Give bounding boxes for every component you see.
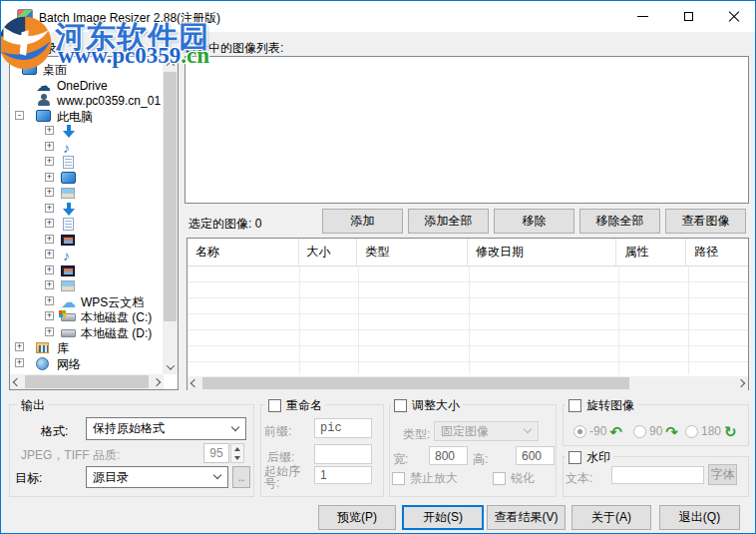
tree-item-disk-d[interactable]: +本地磁盘 (D:) xyxy=(10,325,164,341)
column-header-4[interactable]: 修改日期 xyxy=(468,239,616,267)
remove-button[interactable]: 移除 xyxy=(494,209,574,234)
tree-item-documents-2[interactable]: + xyxy=(10,217,164,233)
tree-item-videos[interactable]: + xyxy=(10,233,164,249)
expand-icon[interactable]: + xyxy=(45,142,54,151)
tree-item-music[interactable]: + xyxy=(10,140,164,156)
resize-type-label: 类型: xyxy=(403,426,430,443)
remove-all-button[interactable]: 移除全部 xyxy=(579,209,660,234)
font-button[interactable]: 字体 xyxy=(708,464,737,485)
no-enlarge-checkbox[interactable]: 禁止放大 xyxy=(389,470,461,487)
expand-icon[interactable]: + xyxy=(45,250,54,259)
prefix-input[interactable]: pic xyxy=(314,418,372,438)
about-button[interactable]: 关于(A) xyxy=(571,505,651,530)
image-list-panel[interactable] xyxy=(185,56,749,204)
tree-scroll-down-button[interactable] xyxy=(163,360,178,374)
height-input[interactable]: 600 xyxy=(516,446,555,465)
table-hscroll-thumb[interactable] xyxy=(202,377,629,389)
expand-icon[interactable]: + xyxy=(45,296,54,305)
chevron-down-icon xyxy=(524,425,532,433)
column-header-2[interactable]: 大小 xyxy=(299,239,358,267)
collapse-icon[interactable]: - xyxy=(15,111,24,120)
tree-item-disk-c[interactable]: +本地磁盘 (C:) xyxy=(10,309,164,325)
tree-item-desktop[interactable]: 桌面 xyxy=(10,62,164,78)
tree-vscroll-thumb[interactable] xyxy=(164,72,177,321)
tree-item-pictures-2[interactable]: + xyxy=(10,278,164,294)
tree-scroll-up-button[interactable] xyxy=(163,57,178,71)
expand-icon[interactable]: + xyxy=(15,342,24,351)
rotate-180-radio[interactable]: 180↻ xyxy=(685,424,737,438)
tree-item-desktop-folder[interactable]: + xyxy=(10,171,164,187)
start-number-input[interactable]: 1 xyxy=(314,466,372,484)
view-result-button[interactable]: 查看结果(V) xyxy=(487,505,566,530)
rotate-checkbox[interactable]: 旋转图像 xyxy=(566,397,637,414)
checkbox-icon xyxy=(568,451,581,464)
expand-icon[interactable]: + xyxy=(45,126,54,135)
column-header-3[interactable]: 类型 xyxy=(357,239,468,267)
column-header-1[interactable]: 名称 xyxy=(188,239,299,267)
tree-scroll-left-button[interactable] xyxy=(10,374,24,389)
directory-tree[interactable]: 桌面OneDrivewww.pc0359.cn_01-此电脑++++++++++… xyxy=(10,62,164,373)
tree-item-user-folder[interactable]: www.pc0359.cn_01 xyxy=(10,93,164,109)
expand-icon[interactable]: + xyxy=(45,280,54,289)
preview-button[interactable]: 预览(P) xyxy=(318,505,396,530)
expand-icon[interactable]: + xyxy=(45,188,54,197)
expand-icon[interactable]: + xyxy=(45,204,54,213)
expand-icon[interactable]: + xyxy=(45,235,54,244)
quality-input[interactable]: 95 xyxy=(203,443,229,463)
tree-item-pictures[interactable]: + xyxy=(10,186,164,202)
tree-item-this-pc[interactable]: -此电脑 xyxy=(10,109,164,125)
column-header-6[interactable]: 路径 xyxy=(686,239,748,267)
tree-item-label: 库 xyxy=(57,341,69,355)
tree-item-wps-cloud[interactable]: +WPS云文档 xyxy=(10,294,164,310)
expand-icon[interactable]: + xyxy=(45,219,54,228)
rotate-minus-90-radio[interactable]: -90↶ xyxy=(573,424,622,438)
format-select[interactable]: 保持原始格式 xyxy=(86,417,246,440)
height-label: 高: xyxy=(473,451,488,468)
browse-button[interactable]: .. xyxy=(232,466,250,488)
maximize-button[interactable] xyxy=(665,1,711,32)
rename-checkbox[interactable]: 重命名 xyxy=(265,397,325,414)
resize-checkbox[interactable]: 调整大小 xyxy=(391,397,463,414)
minimize-icon xyxy=(637,16,648,17)
quality-down-button[interactable] xyxy=(231,453,243,462)
width-input[interactable]: 800 xyxy=(429,446,468,465)
quality-up-button[interactable] xyxy=(231,444,243,453)
tree-item-documents[interactable]: + xyxy=(10,155,164,171)
close-button[interactable] xyxy=(711,1,756,32)
network-icon xyxy=(36,357,49,370)
tree-item-network[interactable]: +网络 xyxy=(10,356,164,372)
suffix-input[interactable] xyxy=(314,444,372,464)
tree-item-label: 网络 xyxy=(57,357,81,371)
tree-scroll-right-button[interactable] xyxy=(149,374,164,389)
tree-item-videos-2[interactable]: + xyxy=(10,264,164,279)
tree-hscroll-thumb[interactable] xyxy=(25,375,155,388)
minimize-button[interactable] xyxy=(619,1,665,32)
start-button[interactable]: 开始(S) xyxy=(402,505,484,530)
picture-icon xyxy=(61,188,75,199)
resize-type-select[interactable]: 固定图像 xyxy=(434,421,539,441)
target-select[interactable]: 源目录 xyxy=(86,466,228,488)
add-button[interactable]: 添加 xyxy=(322,209,403,234)
exit-button[interactable]: 退出(Q) xyxy=(659,505,740,530)
table-scroll-left-button[interactable] xyxy=(188,376,201,390)
tree-item-libraries[interactable]: +库 xyxy=(10,340,164,356)
column-header-5[interactable]: 属性 xyxy=(616,239,686,267)
sharpen-checkbox[interactable]: 锐化 xyxy=(490,470,538,487)
table-scroll-right-button[interactable] xyxy=(734,376,748,390)
add-all-button[interactable]: 添加全部 xyxy=(408,209,489,234)
checkbox-icon xyxy=(392,472,405,485)
watermark-checkbox[interactable]: 水印 xyxy=(566,449,613,466)
expand-icon[interactable]: + xyxy=(45,327,54,336)
tree-item-downloads-2[interactable]: + xyxy=(10,202,164,218)
expand-icon[interactable]: + xyxy=(45,266,54,274)
tree-item-downloads[interactable]: + xyxy=(10,124,164,140)
expand-icon[interactable]: + xyxy=(45,157,54,166)
rotate-90-radio[interactable]: 90↷ xyxy=(633,424,678,438)
expand-icon[interactable]: + xyxy=(45,311,54,320)
expand-icon[interactable]: + xyxy=(15,358,24,367)
watermark-text-input[interactable] xyxy=(611,466,704,484)
expand-icon[interactable]: + xyxy=(45,173,54,182)
tree-item-music-2[interactable]: + xyxy=(10,248,164,264)
tree-item-onedrive[interactable]: OneDrive xyxy=(10,78,164,94)
view-image-button[interactable]: 查看图像 xyxy=(665,209,746,234)
